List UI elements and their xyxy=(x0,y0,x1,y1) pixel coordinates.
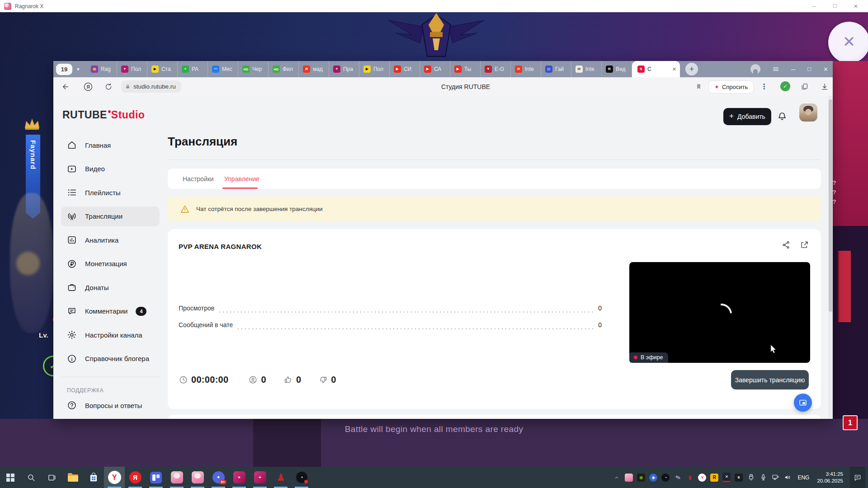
sidebar-item-wallet[interactable]: Донаты xyxy=(53,276,168,300)
taskbar-game-1[interactable] xyxy=(166,467,187,488)
taskbar-search[interactable] xyxy=(21,467,42,488)
back-button[interactable] xyxy=(61,77,70,96)
user-avatar[interactable] xyxy=(799,103,817,122)
browser-tab[interactable]: ▶Ты xyxy=(450,61,481,77)
sidebar-item-video[interactable]: Видео xyxy=(53,157,168,181)
sidebar-item-playlist[interactable]: Плейлисты xyxy=(53,181,168,205)
browser-tab[interactable]: ▤Гай xyxy=(541,61,571,77)
yandex-home-icon[interactable]: Я xyxy=(83,77,93,96)
taskbar-clock[interactable]: 3:41:25 20.06.2025 xyxy=(817,471,843,484)
sidebar-item-broadcast[interactable]: Трансляции xyxy=(53,205,168,229)
browser-tab[interactable]: ▦Rag xyxy=(87,61,117,77)
tray-feather-icon[interactable]: ✎ xyxy=(674,473,682,483)
sidebar-item-comment[interactable]: Комментарии4 xyxy=(53,300,168,324)
chevron-down-icon[interactable]: ▼ xyxy=(76,67,80,72)
taskbar-game-3[interactable]: ✦ xyxy=(229,467,250,488)
language-indicator[interactable]: ENG xyxy=(797,474,809,481)
browser-maximize-button[interactable]: ☐ xyxy=(807,66,811,72)
like-icon[interactable] xyxy=(283,375,293,385)
browser-tab[interactable]: HDФил xyxy=(269,61,299,77)
download-icon[interactable] xyxy=(821,77,829,96)
game-close-button[interactable]: ✕ xyxy=(845,0,866,12)
open-external-icon[interactable] xyxy=(800,240,809,249)
browser-tab[interactable]: +РА xyxy=(178,61,208,77)
ask-ai-button[interactable]: ✦ Спросить xyxy=(708,80,754,94)
stream-preview[interactable]: В эфире xyxy=(629,262,810,363)
browser-tab[interactable]: Ямад xyxy=(299,61,329,77)
tab-control[interactable]: Управление xyxy=(224,169,259,189)
protect-shield-icon[interactable]: ✓ xyxy=(780,81,790,91)
sidebar-item-question[interactable]: Вопросы и ответы xyxy=(53,394,168,418)
browser-minimize-button[interactable]: ─ xyxy=(791,66,795,73)
tray-usb-icon[interactable] xyxy=(747,473,755,483)
sidebar-item-gear[interactable]: Настройки канала xyxy=(53,323,168,347)
taskbar-task-view[interactable] xyxy=(42,467,62,488)
taskbar-yandex-browser[interactable]: Y xyxy=(104,467,125,488)
sidebar-item-home[interactable]: Главная xyxy=(53,133,168,157)
taskbar-chat-9plus[interactable]: ✦9+ xyxy=(208,467,229,488)
browser-tab[interactable]: ⋯Мес xyxy=(208,61,238,77)
page-scrollbar[interactable] xyxy=(828,96,833,419)
browser-tab[interactable]: ▼E-G xyxy=(481,61,511,77)
taskbar-store[interactable] xyxy=(83,467,104,488)
browser-tab[interactable]: ✦Пол xyxy=(117,61,147,77)
tray-tray-anime-icon[interactable] xyxy=(625,473,633,483)
tray-yandex-tray-icon[interactable]: Y xyxy=(698,473,706,483)
tray-epic-games-icon[interactable]: E xyxy=(735,473,743,483)
taskbar-start[interactable] xyxy=(0,467,21,488)
browser-tab[interactable]: ▶Ста xyxy=(147,61,178,77)
browser-tab[interactable]: MInte xyxy=(571,61,602,77)
taskbar-game-2[interactable] xyxy=(187,467,208,488)
game-close-overlay-button[interactable]: ✕ xyxy=(828,22,868,63)
rutube-studio-logo[interactable]: RUTUBE Studio xyxy=(62,109,145,121)
address-bar[interactable]: studio.rutube.ru xyxy=(121,80,181,93)
tray-tray-blue-app-icon[interactable]: ◈ xyxy=(649,473,657,483)
picture-in-picture-button[interactable] xyxy=(794,394,812,412)
share-icon[interactable] xyxy=(782,240,791,249)
more-options-icon[interactable]: ⋮ xyxy=(760,77,768,96)
sidebar-item-info[interactable]: Справочник блогера xyxy=(53,347,168,371)
new-tab-button[interactable]: + xyxy=(685,63,698,75)
action-center-icon[interactable] xyxy=(850,467,865,488)
tray-nvidia-icon[interactable]: ◉ xyxy=(637,473,645,483)
tab-settings[interactable]: Настройки xyxy=(183,169,214,189)
browser-tab[interactable]: RВид xyxy=(602,61,632,77)
dislike-icon[interactable] xyxy=(318,375,328,385)
browser-profile-icon[interactable] xyxy=(750,64,760,74)
add-button[interactable]: + Добавить xyxy=(723,108,771,125)
browser-tab-active[interactable]: SС✕ xyxy=(632,61,680,77)
tray-obs-tray-icon[interactable]: ◔ xyxy=(661,473,670,483)
game-minimize-button[interactable]: ─ xyxy=(803,0,824,12)
end-stream-button[interactable]: Завершить трансляцию xyxy=(731,370,809,389)
browser-tab[interactable]: ЯInte xyxy=(511,61,541,77)
tray-microphone-icon[interactable] xyxy=(759,473,767,483)
sidebar-item-analytics[interactable]: Аналитика xyxy=(53,228,168,252)
tray-network-icon[interactable] xyxy=(771,473,779,483)
browser-tab[interactable]: ▶СИ xyxy=(390,61,420,77)
tray-game-x-icon[interactable]: ✕ xyxy=(722,473,731,483)
sidebar-item-ruble[interactable]: Монетизация xyxy=(53,252,168,276)
scrollbar-thumb[interactable] xyxy=(829,99,832,312)
tab-counter[interactable]: 19 xyxy=(56,64,72,75)
tray-tray-red-icon[interactable]: ▮ xyxy=(686,473,694,483)
notifications-bell-icon[interactable] xyxy=(777,111,788,122)
taskbar-yandex[interactable]: Я xyxy=(125,467,146,488)
browser-tab[interactable]: ✦Пра xyxy=(329,61,359,77)
game-maximize-button[interactable]: ☐ xyxy=(825,0,845,12)
tray-volume-icon[interactable] xyxy=(783,473,792,483)
taskbar-game-4[interactable]: ✦ xyxy=(250,467,270,488)
taskbar-game-5[interactable]: ♟ xyxy=(270,467,291,488)
taskbar-obs[interactable]: ◔ xyxy=(291,467,312,488)
tab-close-icon[interactable]: ✕ xyxy=(670,66,678,72)
tray-hidden-icons-icon[interactable] xyxy=(613,473,621,483)
browser-close-button[interactable]: ✕ xyxy=(823,66,828,73)
tabs-sync-icon[interactable] xyxy=(800,77,809,96)
tray-rockstar-icon[interactable]: R xyxy=(710,473,718,483)
menu-icon[interactable] xyxy=(772,66,779,73)
bookmark-icon[interactable] xyxy=(695,77,702,96)
refresh-icon[interactable] xyxy=(104,77,113,96)
taskbar-planner[interactable] xyxy=(146,467,166,488)
browser-tab[interactable]: ▶СА xyxy=(420,61,450,77)
taskbar-file-explorer[interactable] xyxy=(62,467,83,488)
browser-tab[interactable]: ▶Пол xyxy=(359,61,390,77)
